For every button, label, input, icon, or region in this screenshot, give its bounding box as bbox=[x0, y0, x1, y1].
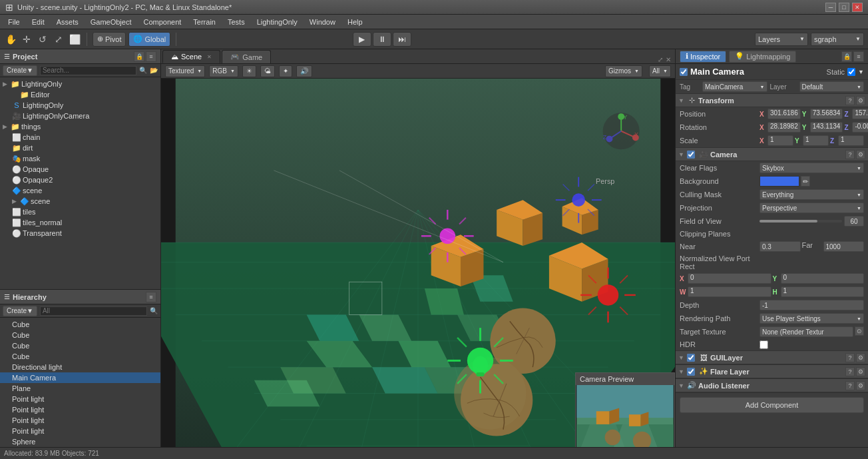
inspector-tab[interactable]: ℹ Inspector bbox=[680, 51, 726, 63]
menu-lightingonly[interactable]: LightingOnly bbox=[252, 17, 303, 27]
tree-item-scene2[interactable]: ▶ 🔷 scene bbox=[0, 196, 160, 207]
step-button[interactable]: ⏭ bbox=[393, 32, 411, 47]
tree-item-dirt[interactable]: 📁 dirt bbox=[0, 143, 160, 153]
tree-item-transparent[interactable]: ⚪ Transparent bbox=[0, 228, 160, 238]
hierarchy-item[interactable]: Point light bbox=[0, 394, 160, 404]
scale-x-input[interactable]: 1 bbox=[767, 135, 793, 146]
hand-tool[interactable]: ✋ bbox=[4, 33, 17, 46]
fov-field[interactable]: 60 bbox=[844, 216, 864, 227]
flare-checkbox[interactable] bbox=[687, 368, 695, 376]
hierarchy-item[interactable]: Cube bbox=[0, 351, 160, 362]
culling-mask-dropdown[interactable]: Everything bbox=[760, 189, 864, 200]
menu-gameobject[interactable]: GameObject bbox=[85, 17, 137, 27]
tag-dropdown[interactable]: MainCamera bbox=[702, 81, 767, 92]
pivot-button[interactable]: ⊕ Pivot bbox=[93, 32, 126, 47]
guilayer-header[interactable]: ▼ 🖼 GUILayer ? ⚙ bbox=[676, 351, 868, 364]
scene-fx-btn[interactable]: ✦ bbox=[279, 65, 292, 77]
target-texture-pick-btn[interactable]: ⊙ bbox=[855, 326, 864, 336]
gizmos-dropdown[interactable]: Gizmos bbox=[605, 65, 642, 77]
camera-comp-header[interactable]: ▼ 🎥 Camera ? ⚙ bbox=[676, 148, 868, 161]
vp-h-input[interactable]: 1 bbox=[781, 286, 865, 297]
camera-help-btn[interactable]: ? bbox=[845, 150, 855, 159]
guilayer-settings-btn[interactable]: ⚙ bbox=[856, 353, 865, 362]
viewport[interactable]: Y X Z Persp Camera Preview bbox=[161, 79, 675, 459]
rgb-dropdown[interactable]: RGB bbox=[209, 65, 238, 77]
flare-settings-btn[interactable]: ⚙ bbox=[856, 367, 865, 376]
clip-near-field[interactable]: 0.3 bbox=[760, 241, 801, 252]
menu-tests[interactable]: Tests bbox=[222, 17, 250, 27]
hierarchy-item[interactable]: Main Camera bbox=[0, 372, 160, 383]
tree-item-tiles-normal[interactable]: ⬜ tiles_normal bbox=[0, 217, 160, 228]
flare-layer-header[interactable]: ▼ ✨ Flare Layer ? ⚙ bbox=[676, 365, 868, 378]
hierarchy-item[interactable]: Point light bbox=[0, 404, 160, 415]
hierarchy-item[interactable]: Plane bbox=[0, 383, 160, 394]
flare-help-btn[interactable]: ? bbox=[845, 367, 855, 376]
close-button[interactable]: ✕ bbox=[852, 3, 863, 12]
vp-x-input[interactable]: 0 bbox=[688, 273, 771, 284]
layer-dropdown[interactable]: Default bbox=[799, 81, 865, 92]
maximize-icon[interactable]: ⤢ bbox=[658, 56, 663, 63]
hierarchy-create-button[interactable]: Create ▼ bbox=[3, 306, 37, 316]
tree-item-tiles[interactable]: ⬜ tiles bbox=[0, 207, 160, 217]
pos-z-input[interactable]: 157.1788 bbox=[852, 109, 868, 119]
audio-settings-btn[interactable]: ⚙ bbox=[856, 381, 865, 390]
global-button[interactable]: 🌐 Global bbox=[128, 32, 170, 47]
minimize-button[interactable]: ─ bbox=[825, 3, 836, 12]
background-color-edit[interactable]: ✏ bbox=[801, 176, 810, 187]
game-tab[interactable]: 🎮 Game bbox=[222, 50, 271, 63]
add-component-button[interactable]: Add Component bbox=[680, 397, 864, 413]
camera-enabled-checkbox[interactable] bbox=[687, 151, 695, 159]
menu-file[interactable]: File bbox=[3, 17, 25, 27]
guilayer-help-btn[interactable]: ? bbox=[845, 353, 855, 362]
hierarchy-item[interactable]: Sphere bbox=[0, 436, 160, 447]
rot-y-input[interactable]: 143.1134 bbox=[810, 122, 843, 133]
transform-settings-btn[interactable]: ⚙ bbox=[856, 96, 865, 105]
rot-z-input[interactable]: -0.0001046 bbox=[852, 122, 868, 133]
menu-help[interactable]: Help bbox=[342, 17, 368, 27]
object-enabled-checkbox[interactable] bbox=[680, 68, 688, 76]
project-lock-btn[interactable]: 🔒 bbox=[134, 51, 144, 62]
menu-component[interactable]: Component bbox=[138, 17, 186, 27]
menu-window[interactable]: Window bbox=[304, 17, 341, 27]
render-path-dropdown[interactable]: Use Player Settings bbox=[760, 313, 864, 324]
audio-help-btn[interactable]: ? bbox=[845, 381, 855, 390]
guilayer-checkbox[interactable] bbox=[687, 354, 695, 362]
hierarchy-search-input[interactable] bbox=[40, 306, 147, 316]
scene-light-btn[interactable]: ☀ bbox=[242, 65, 256, 77]
scale-y-input[interactable]: 1 bbox=[803, 135, 829, 146]
move-tool[interactable]: ✛ bbox=[20, 33, 33, 46]
project-create-button[interactable]: Create ▼ bbox=[3, 65, 37, 76]
depth-field[interactable]: -1 bbox=[760, 300, 864, 310]
tree-item-lightingonlycamera[interactable]: 🎥 LightingOnlyCamera bbox=[0, 111, 160, 121]
tree-item-scene1[interactable]: 🔷 scene bbox=[0, 185, 160, 196]
layers-dropdown[interactable]: Layers bbox=[755, 33, 808, 46]
maximize-button[interactable]: □ bbox=[839, 3, 849, 12]
pos-y-input[interactable]: 73.56834 bbox=[810, 109, 843, 119]
layout-dropdown[interactable]: sgraph bbox=[811, 33, 864, 46]
hierarchy-item[interactable]: Directional light bbox=[0, 362, 160, 372]
background-color-swatch[interactable] bbox=[760, 176, 799, 187]
vp-y-input[interactable]: 0 bbox=[781, 273, 865, 284]
inspector-menu-btn[interactable]: ≡ bbox=[853, 51, 864, 62]
rot-x-input[interactable]: 28.18982 bbox=[767, 122, 801, 133]
hdr-checkbox[interactable] bbox=[760, 340, 768, 349]
inspector-lock-btn[interactable]: 🔒 bbox=[841, 51, 852, 62]
static-checkbox[interactable] bbox=[847, 68, 855, 76]
project-search-input[interactable] bbox=[40, 66, 136, 75]
scale-z-input[interactable]: 1 bbox=[838, 135, 864, 146]
hierarchy-item[interactable]: Point light bbox=[0, 415, 160, 426]
hierarchy-menu-btn[interactable]: ≡ bbox=[146, 292, 156, 302]
projection-dropdown[interactable]: Perspective bbox=[760, 203, 864, 213]
hierarchy-item[interactable]: Point light bbox=[0, 426, 160, 436]
fov-slider-track[interactable] bbox=[760, 220, 842, 223]
tree-item-lightingonly[interactable]: ▶ 📁 LightingOnly bbox=[0, 79, 160, 89]
camera-settings-btn[interactable]: ⚙ bbox=[856, 150, 865, 159]
rect-tool[interactable]: ⬜ bbox=[68, 33, 81, 46]
target-texture-field[interactable]: None (Render Textur bbox=[760, 326, 853, 337]
tree-item-things[interactable]: ▶ 📁 things bbox=[0, 121, 160, 132]
hierarchy-item[interactable]: Cube bbox=[0, 340, 160, 351]
menu-edit[interactable]: Edit bbox=[27, 17, 50, 27]
transform-header[interactable]: ▼ ⊹ Transform ? ⚙ bbox=[676, 94, 868, 107]
tree-item-opaque2[interactable]: ⚪ Opaque2 bbox=[0, 175, 160, 185]
all-dropdown[interactable]: All bbox=[649, 65, 671, 77]
